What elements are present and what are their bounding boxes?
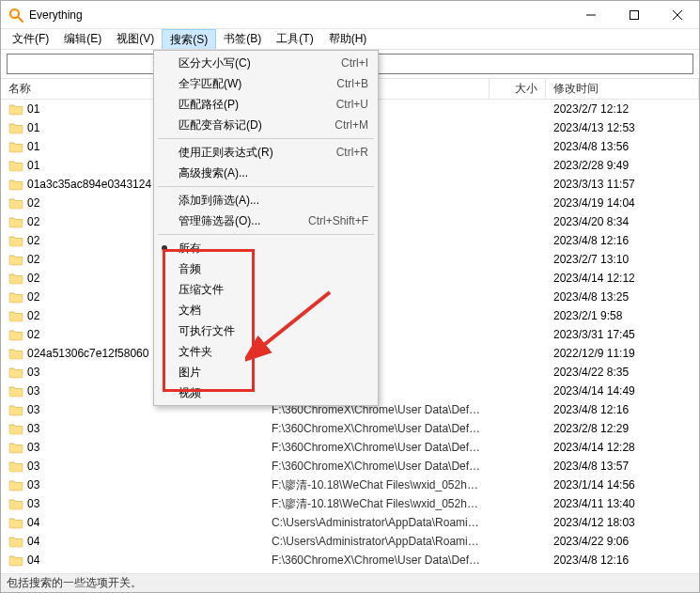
file-path: F:\360ChromeX\Chrome\User Data\Defa... <box>264 554 490 567</box>
search-menu-filter[interactable]: 文件夹 <box>154 341 378 362</box>
file-path: C:\Users\Administrator\AppData\Roamin... <box>264 535 490 548</box>
minimize-button[interactable] <box>569 1 613 29</box>
menu-item-label: 匹配路径(P) <box>179 97 239 113</box>
table-row[interactable]: 03F:\廖清-10.18\WeChat Files\wxid_052h4x2.… <box>1 494 699 513</box>
file-name: 01 <box>27 159 39 172</box>
maximize-button[interactable] <box>613 1 656 29</box>
search-menu-filter[interactable]: 音频 <box>154 258 378 279</box>
menu-help[interactable]: 帮助(H) <box>321 29 375 49</box>
search-menu-filter[interactable]: 所有 <box>154 238 378 258</box>
folder-icon <box>8 497 23 510</box>
menubar: 文件(F) 编辑(E) 视图(V) 搜索(S) 书签(B) 工具(T) 帮助(H… <box>1 29 699 50</box>
search-menu-item[interactable]: 高级搜索(A)... <box>154 163 378 183</box>
menu-item-shortcut: Ctrl+B <box>336 77 368 90</box>
radio-bullet-icon <box>162 245 167 251</box>
folder-icon <box>8 159 23 172</box>
file-date: 2023/4/14 14:49 <box>546 384 699 398</box>
menu-separator <box>158 138 374 139</box>
file-name: 01a3c35ac894e0343124 <box>27 178 151 191</box>
file-date: 2023/2/1 9:58 <box>546 309 699 322</box>
table-row[interactable]: 03F:\廖清-10.18\WeChat Files\wxid_052h4x2.… <box>1 476 699 494</box>
file-date: 2023/4/8 13:57 <box>546 460 699 473</box>
menu-tools[interactable]: 工具(T) <box>269 29 320 49</box>
menu-item-label: 文件夹 <box>179 344 212 360</box>
table-row[interactable]: 03F:\360ChromeX\Chrome\User Data\Defa...… <box>1 457 699 476</box>
file-name: 04 <box>27 554 39 567</box>
menu-view[interactable]: 视图(V) <box>109 29 162 49</box>
search-menu-filter[interactable]: 压缩文件 <box>154 279 378 300</box>
search-menu-filter[interactable]: 文档 <box>154 300 378 320</box>
file-path: F:\360ChromeX\Chrome\User Data\Defa... <box>264 441 490 454</box>
menu-item-shortcut: Ctrl+I <box>341 56 368 70</box>
table-row[interactable]: 03F:\360ChromeX\Chrome\User Data\Defa...… <box>1 438 699 457</box>
search-menu-item[interactable]: 匹配变音标记(D)Ctrl+M <box>154 115 378 135</box>
file-path: F:\廖清-10.18\WeChat Files\wxid_052h4x2... <box>264 477 490 493</box>
file-name: 03 <box>27 478 39 492</box>
file-date: 2023/4/22 8:35 <box>546 366 699 379</box>
file-name: 01 <box>27 121 39 134</box>
file-name: 03 <box>27 441 39 454</box>
file-date: 2023/3/31 17:45 <box>546 328 699 341</box>
menu-item-label: 使用正则表达式(R) <box>179 145 273 161</box>
file-name: 02 <box>27 290 39 304</box>
close-button[interactable] <box>656 1 699 29</box>
file-name: 03 <box>27 366 39 379</box>
search-menu-item[interactable]: 区分大小写(C)Ctrl+I <box>154 53 378 73</box>
search-menu-filter[interactable]: 视频 <box>154 382 378 403</box>
search-menu-item[interactable]: 添加到筛选(A)... <box>154 190 378 211</box>
file-date: 2023/4/8 12:16 <box>546 554 699 567</box>
table-row[interactable]: 03F:\360ChromeX\Chrome\User Data\Defa...… <box>1 419 699 438</box>
menu-separator <box>158 186 374 187</box>
search-menu-filter[interactable]: 图片 <box>154 362 378 382</box>
file-date: 2023/4/20 8:34 <box>546 215 699 228</box>
search-menu-item[interactable]: 使用正则表达式(R)Ctrl+R <box>154 142 378 163</box>
menu-file[interactable]: 文件(F) <box>5 29 56 49</box>
table-row[interactable]: 04C:\Users\Administrator\AppData\Roamin.… <box>1 532 699 551</box>
file-date: 2023/4/13 12:53 <box>546 121 699 134</box>
table-row[interactable]: 04F:\360ChromeX\Chrome\User Data\Defa...… <box>1 551 699 570</box>
menu-item-label: 添加到筛选(A)... <box>179 193 259 209</box>
folder-icon <box>8 102 23 116</box>
file-path: F:\廖清-10.18\WeChat Files\wxid_052h4x2... <box>264 496 490 512</box>
file-path: C:\Users\Administrator\AppData\Roamin... <box>264 516 490 529</box>
menu-bookmarks[interactable]: 书签(B) <box>216 29 269 49</box>
file-path: F:\360ChromeX\Chrome\User Data\Defa... <box>264 460 490 473</box>
svg-line-1 <box>18 17 23 22</box>
menu-search[interactable]: 搜索(S) <box>162 29 216 49</box>
menu-item-label: 视频 <box>179 385 201 401</box>
folder-icon <box>8 460 23 473</box>
file-date: 2023/4/8 12:16 <box>546 403 699 416</box>
search-menu-filter[interactable]: 可执行文件 <box>154 320 378 341</box>
folder-icon <box>8 290 23 304</box>
menu-separator <box>158 234 374 235</box>
search-menu-item[interactable]: 全字匹配(W)Ctrl+B <box>154 73 378 94</box>
file-name: 02 <box>27 272 39 285</box>
menu-edit[interactable]: 编辑(E) <box>56 29 109 49</box>
file-date: 2023/4/14 12:12 <box>546 272 699 285</box>
col-header-size[interactable]: 大小 <box>490 79 546 99</box>
file-date: 2023/2/7 12:12 <box>546 102 699 116</box>
folder-icon <box>8 234 23 247</box>
table-row[interactable]: 04C:\Users\Administrator\AppData\Roamin.… <box>1 513 699 532</box>
file-date: 2023/4/19 14:04 <box>546 196 699 210</box>
col-header-date[interactable]: 修改时间 <box>546 79 699 99</box>
menu-item-shortcut: Ctrl+M <box>334 118 368 132</box>
search-menu-item[interactable]: 管理筛选器(O)...Ctrl+Shift+F <box>154 211 378 231</box>
file-date: 2023/4/8 13:56 <box>546 140 699 153</box>
file-name: 01 <box>27 140 39 153</box>
folder-icon <box>8 328 23 341</box>
menu-item-label: 匹配变音标记(D) <box>179 117 262 133</box>
folder-icon <box>8 309 23 322</box>
folder-icon <box>8 196 23 210</box>
file-name: 04 <box>27 516 39 529</box>
file-date: 2023/2/8 12:29 <box>546 422 699 435</box>
folder-icon <box>8 178 23 191</box>
file-name: 03 <box>27 384 39 398</box>
menu-item-label: 区分大小写(C) <box>179 55 251 71</box>
menu-item-shortcut: Ctrl+U <box>336 98 368 111</box>
search-menu-item[interactable]: 匹配路径(P)Ctrl+U <box>154 94 378 115</box>
menu-item-shortcut: Ctrl+Shift+F <box>308 214 368 227</box>
search-menu-dropdown: 区分大小写(C)Ctrl+I全字匹配(W)Ctrl+B匹配路径(P)Ctrl+U… <box>153 50 379 406</box>
file-path: F:\360ChromeX\Chrome\User Data\Defa... <box>264 422 490 435</box>
folder-icon <box>8 441 23 454</box>
